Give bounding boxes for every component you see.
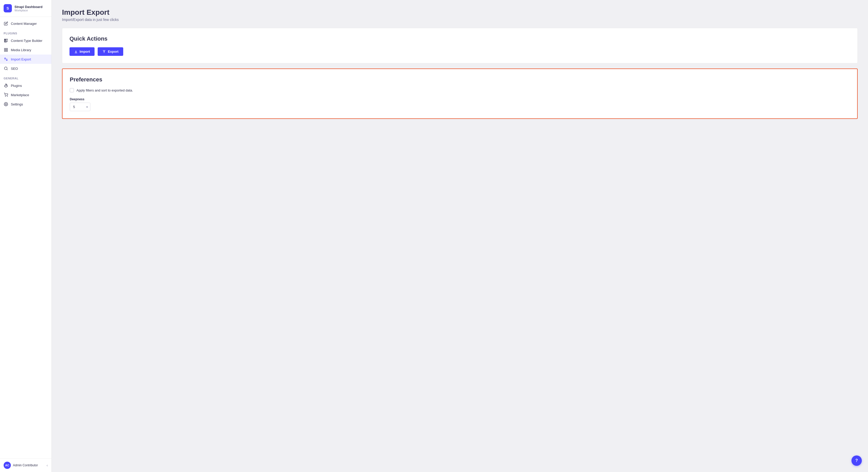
page-header: Import Export Import/Export data in just… bbox=[62, 8, 858, 22]
help-button[interactable]: ? bbox=[851, 455, 862, 466]
transfer-icon bbox=[4, 57, 8, 61]
sidebar-footer: AC Admin Contributor ‹ bbox=[0, 458, 52, 472]
deepness-label: Deepness bbox=[70, 97, 850, 101]
search-icon bbox=[4, 66, 8, 71]
user-name: Admin Contributor bbox=[13, 464, 38, 467]
sidebar-item-marketplace[interactable]: Marketplace bbox=[0, 90, 52, 99]
deepness-select[interactable]: 1 2 3 4 5 6 7 8 9 10 bbox=[70, 102, 90, 111]
sidebar-item-plugins[interactable]: Plugins bbox=[0, 81, 52, 90]
svg-line-8 bbox=[7, 69, 7, 70]
app-title-group: Strapi Dashboard Workplace bbox=[14, 5, 42, 12]
main-content: Import Export Import/Export data in just… bbox=[52, 0, 868, 472]
sidebar-section-general: GENERAL bbox=[0, 73, 52, 81]
export-icon bbox=[102, 50, 106, 54]
page-title: Import Export bbox=[62, 8, 858, 17]
avatar: AC bbox=[4, 462, 11, 469]
sidebar-collapse-button[interactable]: ‹ bbox=[46, 463, 48, 467]
sidebar-header: S Strapi Dashboard Workplace bbox=[0, 0, 52, 17]
sidebar-item-label: Content Manager bbox=[11, 22, 37, 26]
svg-point-7 bbox=[4, 67, 7, 70]
svg-rect-3 bbox=[4, 48, 6, 50]
apply-filters-label: Apply filters and sort to exported data. bbox=[76, 88, 133, 92]
apply-filters-row: Apply filters and sort to exported data. bbox=[70, 88, 850, 92]
sidebar-item-label: Plugins bbox=[11, 84, 22, 88]
preferences-card: Preferences Apply filters and sort to ex… bbox=[62, 68, 858, 119]
sidebar-item-settings[interactable]: Settings bbox=[0, 99, 52, 109]
sidebar-item-import-export[interactable]: Import Export bbox=[0, 55, 52, 64]
cart-icon bbox=[4, 92, 8, 97]
sidebar-item-seo[interactable]: SEO bbox=[0, 64, 52, 73]
svg-rect-4 bbox=[6, 48, 7, 50]
sidebar-item-label: Content-Type Builder bbox=[11, 39, 42, 43]
svg-point-9 bbox=[5, 96, 5, 96]
deepness-select-wrapper: 1 2 3 4 5 6 7 8 9 10 ▾ bbox=[70, 102, 90, 111]
edit-icon bbox=[4, 21, 8, 26]
quick-actions-card: Quick Actions Import Export bbox=[62, 28, 858, 63]
export-button[interactable]: Export bbox=[98, 47, 123, 56]
sidebar-nav: Content Manager PLUGINS Content-Type Bui… bbox=[0, 17, 52, 458]
sidebar-item-label: Media Library bbox=[11, 48, 31, 52]
app-logo: S bbox=[4, 4, 12, 12]
quick-actions-row: Import Export bbox=[69, 47, 850, 56]
sidebar-item-content-type-builder[interactable]: Content-Type Builder bbox=[0, 36, 52, 45]
sidebar-item-label: Marketplace bbox=[11, 93, 29, 97]
import-button[interactable]: Import bbox=[69, 47, 95, 56]
svg-rect-1 bbox=[6, 39, 7, 40]
app-name: Strapi Dashboard bbox=[14, 5, 42, 9]
sidebar-user: AC Admin Contributor bbox=[4, 462, 38, 469]
gear-icon bbox=[4, 102, 8, 107]
sidebar-section-plugins: PLUGINS bbox=[0, 28, 52, 36]
svg-rect-5 bbox=[6, 50, 7, 52]
svg-point-11 bbox=[5, 104, 6, 105]
sidebar-item-label: SEO bbox=[11, 67, 18, 70]
page-subtitle: Import/Export data in just few clicks bbox=[62, 18, 858, 22]
grid-icon bbox=[4, 48, 8, 52]
sidebar-item-media-library[interactable]: Media Library bbox=[0, 45, 52, 55]
app-workplace: Workplace bbox=[14, 9, 42, 12]
puzzle-piece-icon bbox=[4, 83, 8, 88]
sidebar-item-label: Settings bbox=[11, 102, 23, 106]
deepness-field: Deepness 1 2 3 4 5 6 7 8 9 10 ▾ bbox=[70, 97, 850, 111]
preferences-title: Preferences bbox=[70, 76, 850, 83]
puzzle-icon bbox=[4, 38, 8, 43]
sidebar: S Strapi Dashboard Workplace Content Man… bbox=[0, 0, 52, 472]
import-icon bbox=[74, 50, 78, 54]
svg-rect-6 bbox=[4, 50, 6, 52]
quick-actions-title: Quick Actions bbox=[69, 35, 850, 42]
sidebar-item-content-manager[interactable]: Content Manager bbox=[0, 19, 52, 28]
sidebar-item-label: Import Export bbox=[11, 57, 31, 61]
apply-filters-checkbox[interactable] bbox=[70, 88, 74, 92]
svg-point-10 bbox=[7, 96, 7, 96]
